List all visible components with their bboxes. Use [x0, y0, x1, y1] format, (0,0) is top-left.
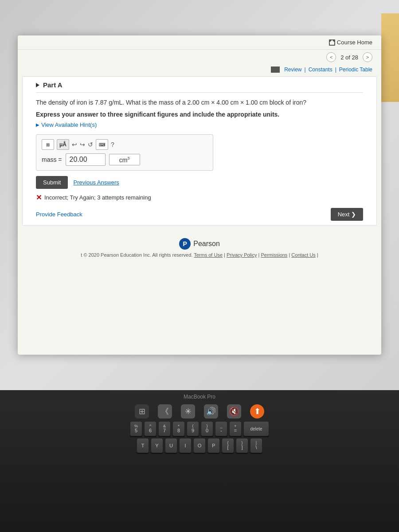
help-button[interactable]: ? — [111, 141, 114, 148]
taskbar-item-2[interactable]: 《 — [158, 404, 172, 419]
question-text: The density of iron is 7.87 g/mL. What i… — [36, 98, 363, 107]
redo-button[interactable]: ↪ — [80, 141, 85, 148]
error-text: Incorrect; Try Again; 3 attempts remaini… — [44, 194, 151, 201]
pearson-circle-icon: P — [179, 238, 191, 250]
mass-input[interactable] — [66, 153, 106, 166]
key-rparen-0[interactable]: ) 0 — [201, 421, 213, 436]
undo-button[interactable]: ↩ — [72, 141, 77, 148]
question-body: The density of iron is 7.87 g/mL. What i… — [36, 99, 306, 106]
error-icon: ✕ — [36, 193, 42, 202]
macbook-label: MacBook Pro — [0, 390, 399, 402]
taskbar-item-6[interactable]: ⬆ — [250, 404, 264, 419]
key-pipe[interactable]: | \ — [250, 438, 262, 453]
permissions-link[interactable]: Permissions — [261, 252, 287, 258]
keyboard: % 5 ^ 6 & 7 * 8 ( 9 ) 0 — [0, 421, 399, 532]
key-i[interactable]: I — [179, 438, 192, 453]
number-row: % 5 ^ 6 & 7 * 8 ( 9 ) 0 — [18, 421, 381, 436]
key-y[interactable]: Y — [151, 438, 163, 453]
taskbar-item-1[interactable]: ⊞ — [135, 404, 149, 419]
review-links: Review | Constants | Periodic Table — [271, 66, 372, 73]
taskbar: ⊞ 《 ✳ 🔊 🔇 ⬆ — [0, 402, 399, 421]
taskbar-item-5[interactable]: 🔇 — [227, 404, 241, 419]
key-star-8[interactable]: * 8 — [172, 421, 185, 436]
pearson-section: P Pearson t © 2020 Pearson Education Inc… — [18, 234, 381, 258]
keyboard-button[interactable]: ⌨ — [96, 139, 108, 150]
top-letter-row: T Y U I O P { [ } ] | \ — [18, 438, 381, 453]
answer-section: ⊞ μÅ ↩ ↪ ↺ ⌨ ? mass = — [36, 134, 213, 171]
key-open-bracket[interactable]: { [ — [222, 438, 234, 453]
periodic-table-link[interactable]: Periodic Table — [339, 66, 372, 73]
bottom-actions: Provide Feedback Next ❯ — [36, 208, 363, 221]
contact-link[interactable]: Contact Us — [291, 252, 315, 258]
course-home-link[interactable]: Course Home — [329, 39, 372, 46]
answer-toolbar: ⊞ μÅ ↩ ↪ ↺ ⌨ ? — [42, 139, 207, 150]
grid-button[interactable]: ⊞ — [42, 139, 54, 150]
key-percent-5[interactable]: % 5 — [130, 421, 142, 436]
privacy-link[interactable]: Privacy Policy — [227, 252, 257, 258]
key-t[interactable]: T — [137, 438, 149, 453]
taskbar-item-3[interactable]: ✳ — [181, 404, 195, 419]
key-caret-6[interactable]: ^ 6 — [144, 421, 156, 436]
key-o[interactable]: O — [193, 438, 206, 453]
key-amp-7[interactable]: & 7 — [158, 421, 171, 436]
key-paren-9[interactable]: ( 9 — [187, 421, 199, 436]
copyright-text: t © 2020 Pearson Education Inc. All righ… — [81, 252, 192, 258]
key-u[interactable]: U — [165, 438, 177, 453]
mu-button[interactable]: μÅ — [57, 139, 69, 150]
constants-link[interactable]: Constants — [309, 66, 332, 73]
error-message: ✕ Incorrect; Try Again; 3 attempts remai… — [36, 193, 363, 202]
answer-row: mass = cm3 — [42, 153, 207, 166]
buttons-row: Submit Previous Answers — [36, 176, 363, 189]
review-icon — [271, 66, 280, 73]
taskbar-item-4[interactable]: 🔊 — [204, 404, 218, 419]
pearson-name: Pearson — [193, 240, 220, 248]
mass-label: mass = — [42, 156, 62, 163]
course-home-label: Course Home — [337, 39, 372, 46]
terms-link[interactable]: Terms of Use — [194, 252, 223, 258]
page-indicator: 2 of 28 — [340, 54, 358, 61]
unit-display: cm3 — [109, 154, 140, 166]
refresh-button[interactable]: ↺ — [88, 141, 93, 148]
delete-key[interactable]: delete — [243, 421, 269, 436]
key-p[interactable]: P — [207, 438, 220, 453]
part-header: Part A — [36, 81, 363, 93]
key-dash[interactable]: _ - — [215, 421, 227, 436]
key-equal[interactable]: + = — [229, 421, 242, 436]
next-button[interactable]: Next ❯ — [331, 208, 363, 221]
navigation-controls: < 2 of 28 > — [326, 52, 372, 62]
submit-button[interactable]: Submit — [36, 176, 68, 189]
part-title: Part A — [43, 81, 63, 89]
footer-links: t © 2020 Pearson Education Inc. All righ… — [18, 252, 381, 258]
home-icon — [329, 39, 335, 46]
pearson-logo: P Pearson — [18, 238, 381, 250]
key-close-bracket[interactable]: } ] — [236, 438, 248, 453]
previous-answers-link[interactable]: Previous Answers — [73, 179, 119, 186]
bold-instruction: Express your answer to three significant… — [36, 111, 363, 118]
prev-page-button[interactable]: < — [326, 52, 336, 62]
review-link[interactable]: Review — [284, 66, 301, 73]
next-page-button[interactable]: > — [363, 52, 372, 62]
view-hint-link[interactable]: View Available Hint(s) — [36, 121, 363, 128]
collapse-icon[interactable] — [36, 83, 39, 87]
provide-feedback-link[interactable]: Provide Feedback — [36, 211, 82, 218]
